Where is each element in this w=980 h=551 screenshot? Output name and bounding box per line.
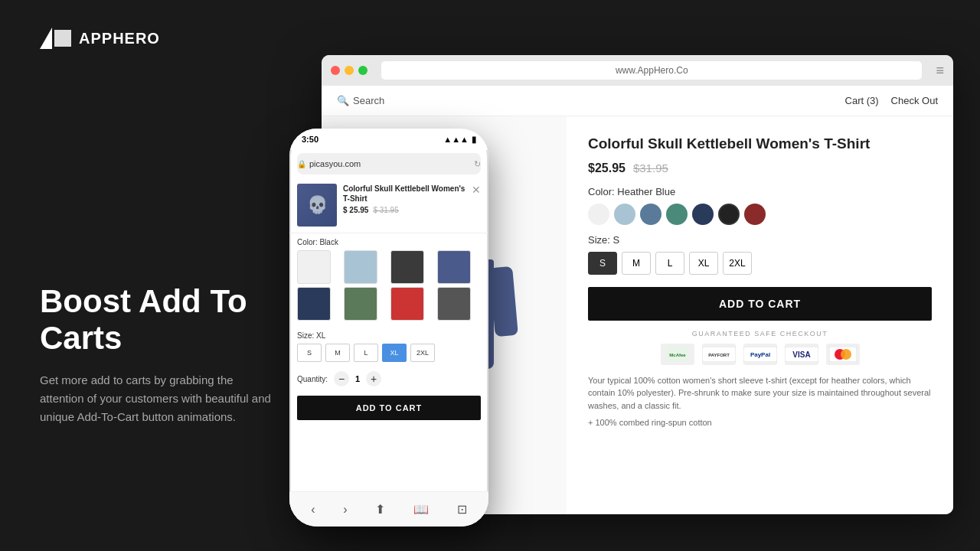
product-title: Colorful Skull Kettlebell Women's T-Shir… — [588, 135, 932, 154]
mobile-color-white[interactable] — [297, 250, 331, 284]
logo: APPHERO — [40, 28, 160, 49]
mobile-qty-increase[interactable]: + — [366, 371, 381, 386]
size-btn-s[interactable]: S — [588, 252, 617, 275]
mobile-bottom-nav: ‹ › ⬆ 📖 ⊡ — [289, 491, 488, 527]
size-btn-2xl[interactable]: 2XL — [723, 252, 752, 275]
mobile-tabs-icon[interactable]: ⊡ — [457, 502, 467, 517]
product-description: Your typical 100% cotton women's short s… — [588, 374, 932, 412]
size-buttons: S M L XL 2XL — [588, 252, 932, 275]
mobile-color-black[interactable] — [390, 250, 424, 284]
size-btn-xl[interactable]: XL — [689, 252, 718, 275]
mobile-qty-decrease[interactable]: − — [334, 371, 349, 386]
mobile-share-icon[interactable]: ⬆ — [375, 502, 385, 517]
browser-nav: 🔍 Search Cart (3) Check Out — [322, 86, 953, 116]
mobile-time: 3:50 — [302, 135, 318, 144]
svg-text:PAYFORT: PAYFORT — [708, 353, 730, 357]
mobile-size-label: Size: XL — [297, 331, 481, 340]
svg-text:PayPal: PayPal — [750, 351, 769, 358]
mobile-close-button[interactable]: ✕ — [472, 184, 481, 196]
logo-icon — [40, 28, 71, 49]
payment-payfort: PAYFORT — [702, 344, 736, 365]
mobile-size-xl[interactable]: XL — [382, 344, 407, 362]
size-label: Size: S — [588, 234, 932, 246]
svg-text:VISA: VISA — [792, 350, 810, 359]
mobile-color-green[interactable] — [344, 287, 377, 321]
search-icon: 🔍 — [337, 95, 349, 106]
wifi-icon: ▲▲▲ — [443, 135, 469, 144]
mobile-statusbar: 3:50 ▲▲▲ ▮ — [289, 129, 488, 150]
nav-right: Cart (3) Check Out — [845, 95, 938, 106]
mobile-product-thumbnail: 💀 — [297, 184, 337, 227]
browser-topbar: www.AppHero.Co ≡ — [322, 55, 953, 86]
mobile-url-text: picasyou.com — [309, 159, 361, 168]
mobile-color-grid — [297, 250, 481, 321]
left-content: Boost Add To Carts Get more add to carts… — [40, 283, 277, 426]
main-heading: Boost Add To Carts — [40, 283, 277, 357]
cart-link[interactable]: Cart (3) — [845, 95, 879, 106]
checkout-link[interactable]: Check Out — [891, 95, 938, 106]
mobile-size-m[interactable]: M — [325, 344, 350, 362]
browser-menu-icon[interactable]: ≡ — [936, 63, 944, 79]
mobile-color-blue[interactable] — [437, 250, 471, 284]
price-original: $31.95 — [633, 161, 668, 174]
product-feature: + 100% combed ring-spun cotton — [588, 418, 932, 427]
mobile-size-section: Size: XL S M L XL 2XL — [289, 327, 488, 367]
mobile-url-bar[interactable]: 🔒 picasyou.com ↻ — [297, 153, 481, 174]
color-section: Color: Heather Blue — [588, 186, 932, 225]
color-swatch-white[interactable] — [588, 204, 609, 225]
payment-paypal: PayPal — [743, 344, 777, 365]
mobile-signal-icons: ▲▲▲ ▮ — [443, 135, 476, 145]
payment-icons: McAfee PAYFORT PayPal VISA — [588, 344, 932, 365]
payment-mcafee: McAfee — [661, 344, 694, 365]
size-btn-m[interactable]: M — [622, 252, 651, 275]
mobile-mockup: 3:50 ▲▲▲ ▮ 🔒 picasyou.com ↻ 💀 Colorful S… — [289, 129, 488, 527]
mobile-product-title: Colorful Skull Kettlebell Women's T-Shir… — [343, 184, 466, 204]
mobile-color-gray[interactable] — [437, 287, 471, 321]
color-swatch-darkred[interactable] — [744, 204, 766, 225]
payment-mastercard — [826, 344, 860, 365]
mobile-price-original: $ 31.95 — [373, 206, 398, 214]
battery-icon: ▮ — [472, 135, 476, 145]
mobile-product-info: Colorful Skull Kettlebell Women's T-Shir… — [343, 184, 466, 214]
price-current: $25.95 — [588, 161, 626, 175]
refresh-icon[interactable]: ↻ — [474, 159, 481, 169]
add-to-cart-button[interactable]: ADD TO CART — [588, 287, 932, 321]
mobile-add-to-cart-button[interactable]: ADD TO CART — [297, 396, 481, 420]
mobile-bookmark-icon[interactable]: 📖 — [413, 502, 429, 517]
nav-search[interactable]: 🔍 Search — [337, 95, 384, 106]
mobile-qty-value: 1 — [355, 374, 360, 383]
product-details: Colorful Skull Kettlebell Women's T-Shir… — [567, 116, 953, 514]
price-row: $25.95 $31.95 — [588, 161, 932, 175]
browser-url-text: www.AppHero.Co — [616, 65, 688, 76]
mobile-size-2xl[interactable]: 2XL — [410, 344, 435, 362]
mobile-forward-icon[interactable]: › — [343, 503, 347, 517]
color-swatch-blue[interactable] — [640, 204, 662, 225]
svg-point-10 — [841, 349, 851, 360]
mobile-size-l[interactable]: L — [354, 344, 378, 362]
color-swatch-teal[interactable] — [666, 204, 688, 225]
color-swatch-lightblue[interactable] — [614, 204, 635, 225]
mobile-color-lightblue[interactable] — [344, 250, 377, 284]
mobile-back-icon[interactable]: ‹ — [311, 503, 315, 517]
mobile-price-row: $ 25.95 $ 31.95 — [343, 206, 466, 214]
mobile-size-s[interactable]: S — [297, 344, 322, 362]
size-btn-l[interactable]: L — [655, 252, 684, 275]
mobile-price-current: $ 25.95 — [343, 206, 368, 214]
color-label: Color: Heather Blue — [588, 186, 932, 197]
mobile-product-header: 💀 Colorful Skull Kettlebell Women's T-Sh… — [289, 178, 488, 233]
mobile-color-red[interactable] — [390, 287, 424, 321]
mobile-color-label: Color: Black — [297, 238, 481, 246]
color-swatch-black[interactable] — [718, 204, 740, 225]
mobile-color-section: Color: Black — [289, 233, 488, 327]
browser-minimize-btn[interactable] — [345, 66, 354, 75]
browser-maximize-btn[interactable] — [358, 66, 368, 75]
browser-close-btn[interactable] — [331, 66, 340, 75]
mobile-size-row: S M L XL 2XL — [297, 344, 481, 362]
svg-text:McAfee: McAfee — [669, 353, 686, 357]
color-swatch-navy[interactable] — [692, 204, 714, 225]
lock-icon: 🔒 — [297, 160, 306, 168]
size-section: Size: S S M L XL 2XL — [588, 234, 932, 275]
mobile-qty-label: Quantity: — [297, 375, 328, 383]
browser-url-bar[interactable]: www.AppHero.Co — [381, 61, 922, 80]
mobile-color-navy[interactable] — [297, 287, 331, 321]
